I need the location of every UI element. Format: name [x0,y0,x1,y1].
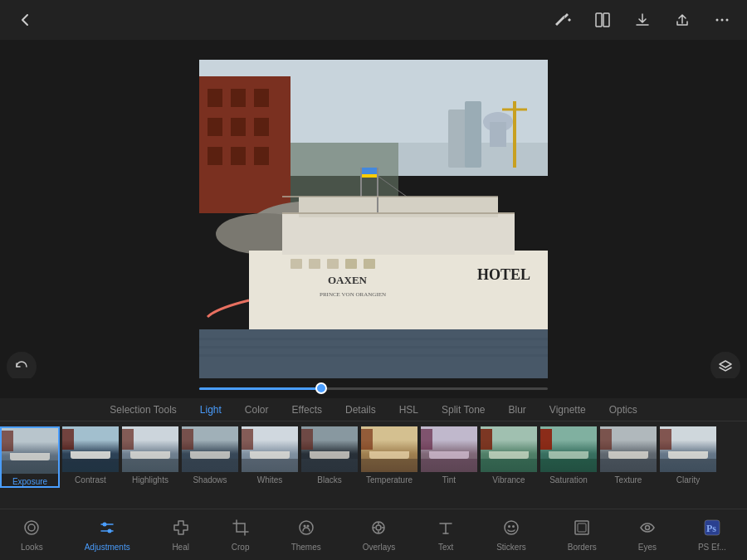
adjustment-shadows[interactable]: Shadows [181,426,239,485]
main-image-area: OAXEN PRINCE VON ORANGIEN HOTEL [0,40,747,398]
download-button[interactable] [631,8,654,32]
adjustment-temperature[interactable]: Temperature [360,426,418,485]
share-button[interactable] [671,8,694,32]
svg-rect-31 [309,259,320,269]
svg-rect-67 [578,523,586,532]
tool-heal-label: Heal [172,543,189,552]
adjustment-temperature-label: Temperature [366,475,413,485]
svg-rect-0 [596,13,602,27]
adjustment-saturation[interactable]: Saturation [540,426,598,485]
undo-button[interactable] [7,352,37,382]
filter-tabs: Selection Tools Light Color Effects Deta… [0,398,747,421]
svg-rect-15 [254,89,269,107]
tab-details[interactable]: Details [334,401,388,419]
adjustment-tint-label: Tint [442,475,456,485]
svg-rect-29 [299,197,498,217]
tab-light[interactable]: Light [188,401,233,419]
tool-ps-effects[interactable]: Ps PS Ef... [691,515,733,555]
svg-rect-20 [231,147,246,165]
more-button[interactable] [710,8,734,32]
svg-point-2 [716,19,719,22]
split-view-button[interactable] [591,8,614,32]
top-bar-left [13,8,37,32]
tab-hsl[interactable]: HSL [388,401,430,419]
tool-stickers[interactable]: Stickers [490,515,533,555]
tool-stickers-label: Stickers [496,543,526,552]
svg-rect-21 [254,147,269,165]
crop-icon [232,519,250,541]
tool-themes-label: Themes [291,543,321,552]
tab-blur[interactable]: Blur [497,401,538,419]
tool-text[interactable]: Text [430,515,461,555]
svg-rect-8 [465,101,481,168]
svg-point-4 [726,19,729,22]
tool-heal[interactable]: Heal [165,515,197,555]
ps-effects-icon: Ps [703,519,721,541]
tool-adjustments[interactable]: Adjustments [78,515,137,555]
adjustment-tint[interactable]: Tint [420,426,478,485]
adjustments-thumbnails: Exposure Contrast Highlights [0,421,747,509]
svg-point-53 [108,528,112,533]
back-button[interactable] [13,8,37,32]
tab-optics[interactable]: Optics [598,401,649,419]
svg-point-51 [103,522,107,526]
adjustment-shadows-label: Shadows [193,475,227,485]
tab-vignette[interactable]: Vignette [538,401,598,419]
tool-ps-label: PS Ef... [698,543,726,552]
svg-rect-1 [603,13,609,27]
tab-effects[interactable]: Effects [281,401,334,419]
adjustment-exposure[interactable]: Exposure [0,426,60,488]
photo-canvas: OAXEN PRINCE VON ORANGIEN HOTEL [199,60,548,379]
magic-wand-button[interactable] [551,8,574,32]
progress-fill [199,387,321,390]
tool-looks-label: Looks [21,543,43,552]
adjustment-texture-label: Texture [615,475,642,485]
svg-point-68 [645,525,649,529]
tab-selection-tools[interactable]: Selection Tools [98,401,188,419]
tool-looks[interactable]: Looks [14,515,50,555]
svg-rect-34 [364,259,375,269]
borders-icon [573,519,591,541]
layers-button[interactable] [710,352,740,382]
svg-rect-33 [345,259,357,269]
tool-overlays-label: Overlays [363,543,395,552]
tool-borders[interactable]: Borders [561,515,603,555]
tool-eyes[interactable]: Eyes [632,515,663,555]
tool-themes[interactable]: Themes [285,515,328,555]
text-icon [437,519,455,541]
tab-split-tone[interactable]: Split Tone [430,401,496,419]
tool-adjustments-label: Adjustments [85,543,130,552]
adjustments-icon [98,519,116,541]
svg-rect-16 [208,118,222,136]
adjustment-clarity[interactable]: Clarity [659,426,717,485]
adjustment-texture[interactable]: Texture [599,426,657,485]
progress-track[interactable] [199,387,548,390]
adjustment-whites-label: Whites [257,475,283,485]
svg-point-56 [306,524,309,527]
tab-color[interactable]: Color [233,401,281,419]
adjustment-contrast[interactable]: Contrast [61,426,120,485]
adjustment-whites[interactable]: Whites [241,426,299,485]
top-bar-right [551,8,734,32]
looks-icon [22,519,41,541]
stickers-icon [502,519,520,541]
svg-point-64 [508,525,510,528]
adjustment-contrast-label: Contrast [75,475,106,485]
svg-rect-45 [199,354,548,357]
adjustment-highlights[interactable]: Highlights [121,426,179,485]
svg-rect-30 [290,259,302,269]
eyes-icon [638,519,657,541]
svg-point-55 [303,524,305,527]
bottom-toolbar: Looks Adjustments Heal Cro [0,509,747,560]
tool-crop[interactable]: Crop [225,515,256,555]
svg-text:PRINCE VON ORANGIEN: PRINCE VON ORANGIEN [320,291,386,298]
adjustment-blacks-label: Blacks [317,475,341,485]
tool-overlays[interactable]: Overlays [356,515,402,555]
svg-rect-26 [362,174,377,178]
svg-rect-10 [490,122,506,147]
svg-point-58 [376,525,381,530]
svg-point-48 [25,521,38,534]
adjustment-vibrance[interactable]: Vibrance [480,426,538,485]
adjustment-blacks[interactable]: Blacks [300,426,359,485]
progress-thumb[interactable] [315,382,327,394]
